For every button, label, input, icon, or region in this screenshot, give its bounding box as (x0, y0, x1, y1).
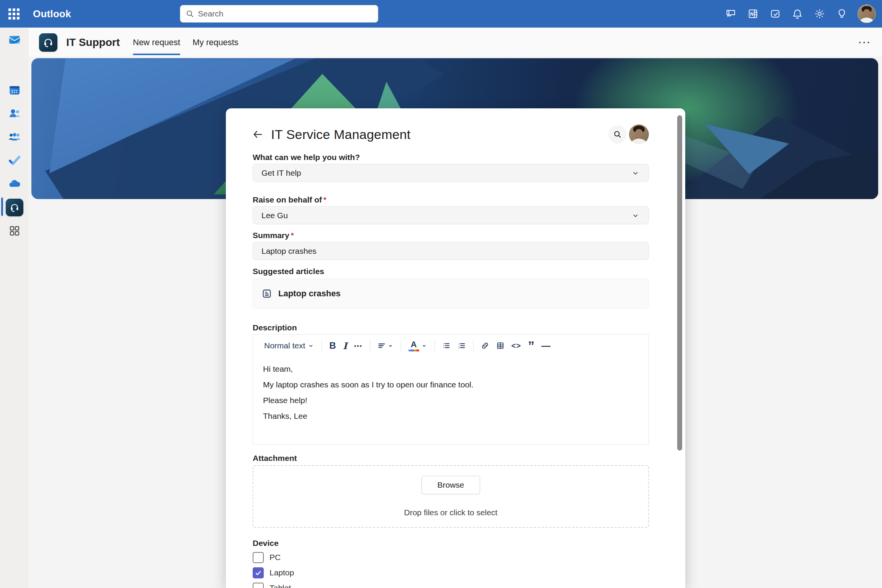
browse-button[interactable]: Browse (421, 476, 480, 494)
checkbox-pc[interactable] (253, 552, 264, 563)
help-field-label: What can we help you with? (253, 153, 649, 162)
table-button[interactable] (493, 338, 508, 353)
sidebar-item-calendar[interactable] (0, 80, 29, 101)
it-support-app-tile (6, 199, 23, 216)
more-options-button[interactable]: ··· (859, 28, 871, 57)
scrollbar-thumb[interactable] (677, 115, 682, 451)
attachment-label: Attachment (253, 454, 649, 463)
form-header-actions (608, 124, 649, 144)
more-apps-icon (8, 224, 21, 237)
align-left-icon (377, 341, 386, 350)
sidebar-item-mail[interactable] (0, 29, 29, 51)
tab-my-requests[interactable]: My requests (193, 28, 238, 57)
app-rail (0, 28, 29, 588)
bullet-list-button[interactable] (439, 338, 454, 353)
description-textarea[interactable]: Hi team, My laptop crashes as soon as I … (253, 357, 648, 433)
numbered-list-icon: 1 2 (457, 341, 466, 350)
tips-button[interactable] (831, 3, 853, 24)
device-option-laptop[interactable]: Laptop (253, 567, 649, 578)
search-input[interactable] (198, 9, 372, 18)
behalf-field-select[interactable]: Lee Gu (253, 206, 649, 224)
device-option-pc[interactable]: PC (253, 552, 649, 563)
description-paragraph: My laptop crashes as soon as I try to op… (263, 379, 639, 390)
sidebar-item-people[interactable] (0, 103, 29, 124)
app-launcher-button[interactable] (0, 0, 28, 28)
color-letter: A (411, 340, 417, 349)
article-title: Laptop crashes (278, 289, 341, 299)
settings-button[interactable] (808, 3, 831, 24)
description-paragraph: Please help! (263, 395, 639, 406)
sidebar-item-onedrive[interactable] (0, 173, 29, 195)
search-icon (613, 130, 622, 139)
sidebar-item-groups[interactable] (0, 126, 29, 148)
headset-icon (42, 37, 54, 48)
toolbar-divider (434, 340, 435, 351)
onenote-button[interactable]: N (742, 3, 764, 24)
toolbar-divider (473, 340, 474, 351)
text-color-dropdown[interactable]: A (405, 338, 431, 353)
form-title: IT Service Management (271, 127, 411, 142)
outlook-window: Outlook N (0, 0, 882, 588)
text-style-value: Normal text (264, 341, 305, 350)
description-editor: Normal text B I ••• (253, 334, 649, 444)
attachment-dropzone[interactable]: Browse Drop files or click to select (253, 465, 649, 528)
behalf-label-text: Raise on behalf of (253, 195, 322, 204)
it-support-header-tile (39, 33, 57, 52)
color-bar (408, 350, 419, 351)
back-button[interactable] (250, 127, 266, 142)
behalf-field-label: Raise on behalf of* (253, 195, 649, 204)
sidebar-item-todo[interactable] (0, 150, 29, 171)
notifications-button[interactable] (786, 3, 808, 24)
device-option-tablet[interactable]: Tablet (253, 582, 649, 588)
form-search-button[interactable] (608, 125, 627, 144)
chevron-down-icon (421, 343, 427, 349)
search-icon (186, 10, 194, 18)
todo-button[interactable] (764, 3, 786, 24)
toolbar-divider (370, 340, 370, 351)
people-icon (8, 107, 21, 121)
requester-avatar[interactable] (629, 124, 649, 144)
more-formatting-button[interactable]: ••• (351, 338, 366, 353)
topbar-actions: N (720, 0, 876, 28)
account-avatar[interactable] (858, 5, 876, 23)
active-app-indicator (1, 198, 3, 216)
numbered-list-button[interactable]: 1 2 (454, 338, 469, 353)
tab-new-request[interactable]: New request (133, 28, 180, 57)
bullet-list-icon (442, 341, 451, 350)
italic-button[interactable]: I (340, 338, 351, 353)
alignment-dropdown[interactable] (374, 338, 397, 353)
link-button[interactable] (477, 338, 493, 353)
checkbox-tablet[interactable] (253, 583, 264, 588)
text-style-dropdown[interactable]: Normal text (261, 338, 318, 353)
summary-value: Laptop crashes (261, 247, 317, 256)
summary-label-text: Summary (253, 231, 289, 240)
suggested-articles-label: Suggested articles (253, 267, 649, 276)
device-option-label: Tablet (270, 583, 291, 588)
mail-icon (8, 33, 21, 47)
help-field-select[interactable]: Get IT help (253, 164, 649, 182)
it-support-header: IT Support New request My requests ··· (29, 28, 882, 57)
chevron-down-icon (307, 342, 314, 349)
suggested-article-item[interactable]: Laptop crashes (253, 279, 649, 309)
sidebar-item-more-apps[interactable] (0, 220, 29, 242)
form-header: IT Service Management (253, 124, 649, 145)
waffle-icon (8, 8, 20, 20)
summary-input[interactable]: Laptop crashes (253, 242, 649, 260)
editor-toolbar: Normal text B I ••• (253, 335, 648, 357)
toolbar-divider (401, 340, 401, 351)
chevron-down-icon (387, 343, 394, 349)
bold-button[interactable]: B (326, 338, 339, 353)
description-paragraph: Hi team, (263, 364, 639, 374)
sidebar-item-it-support[interactable] (0, 197, 29, 218)
quote-button[interactable]: ” (524, 341, 538, 350)
table-icon (496, 341, 505, 350)
checkbox-laptop[interactable] (253, 567, 264, 578)
todo-icon (769, 8, 781, 20)
feedback-chat-button[interactable] (720, 3, 742, 24)
chevron-down-icon (631, 211, 640, 220)
global-search[interactable] (180, 5, 378, 23)
divider-button[interactable]: — (538, 338, 554, 353)
code-button[interactable]: <> (508, 338, 524, 353)
page-title: IT Support (66, 28, 120, 57)
behalf-field-value: Lee Gu (261, 211, 288, 220)
